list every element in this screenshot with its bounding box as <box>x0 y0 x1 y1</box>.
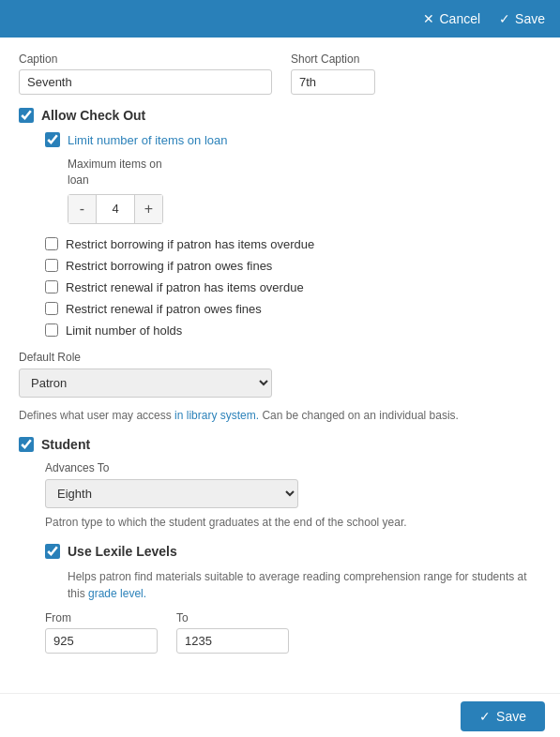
allow-checkout-label: Allow Check Out <box>41 108 145 123</box>
restrict-options: Restrict borrowing if patron has items o… <box>19 237 541 338</box>
default-role-label: Default Role <box>19 351 541 364</box>
advances-to-section: Advances To Eighth Ninth Tenth Patron ty… <box>19 461 541 531</box>
role-info-text: Defines what user may access in library … <box>19 407 541 424</box>
restrict-label-0: Restrict borrowing if patron has items o… <box>66 237 314 251</box>
lexile-section: Use Lexile Levels Helps patron find mate… <box>19 544 541 654</box>
student-label: Student <box>41 437 90 452</box>
restrict-checkbox-3[interactable] <box>45 302 58 315</box>
save-button-top[interactable]: ✓ Save <box>499 11 545 26</box>
top-bar: ✕ Cancel ✓ Save <box>0 0 560 38</box>
caption-input[interactable] <box>19 69 272 95</box>
stepper-minus-button[interactable]: - <box>68 195 97 223</box>
use-lexile-checkbox[interactable] <box>45 544 60 559</box>
to-group: To <box>176 611 289 654</box>
restrict-checkbox-4[interactable] <box>45 323 58 337</box>
advances-to-select[interactable]: Eighth Ninth Tenth <box>45 479 298 508</box>
save-check-icon-bottom: ✓ <box>479 709 491 724</box>
from-label: From <box>45 611 158 624</box>
advances-info-text: Patron type to which the student graduat… <box>45 514 541 531</box>
limit-items-label: Limit number of items on loan <box>68 133 228 147</box>
restrict-checkbox-0[interactable] <box>45 237 58 250</box>
caption-row: Caption Short Caption <box>19 53 541 95</box>
max-items-section: Maximum items onloan - 4 + <box>19 157 541 224</box>
lexile-grade-link: grade level. <box>88 587 146 600</box>
cancel-button[interactable]: ✕ Cancel <box>423 11 480 26</box>
advances-to-label: Advances To <box>45 461 541 474</box>
student-section: Student <box>19 437 541 452</box>
allow-checkout-checkbox[interactable] <box>19 108 34 123</box>
cancel-x-icon: ✕ <box>423 11 434 26</box>
save-check-icon: ✓ <box>499 11 510 26</box>
stepper: - 4 + <box>68 194 163 224</box>
allow-checkout-row: Allow Check Out <box>19 108 541 123</box>
short-caption-label: Short Caption <box>291 53 375 66</box>
caption-label: Caption <box>19 53 272 66</box>
restrict-checkbox-1[interactable] <box>45 259 58 272</box>
from-to-row: From To <box>45 611 541 654</box>
limit-items-checkbox-row: Limit number of items on loan <box>45 132 541 147</box>
short-caption-field-group: Short Caption <box>291 53 375 95</box>
stepper-plus-button[interactable]: + <box>134 195 162 223</box>
use-lexile-checkbox-row: Use Lexile Levels <box>45 544 541 559</box>
restrict-label-4: Limit number of holds <box>66 323 182 338</box>
restrict-label-1: Restrict borrowing if patron owes fines <box>66 259 272 273</box>
cancel-label: Cancel <box>439 11 480 26</box>
restrict-item-2: Restrict renewal if patron has items ove… <box>45 280 541 294</box>
restrict-item-0: Restrict borrowing if patron has items o… <box>45 237 541 251</box>
max-items-label: Maximum items onloan <box>68 157 541 188</box>
student-checkbox[interactable] <box>19 437 34 452</box>
role-info-link: in library system. <box>174 409 259 422</box>
stepper-value: 4 <box>97 202 134 216</box>
restrict-item-3: Restrict renewal if patron owes fines <box>45 302 541 316</box>
restrict-item-4: Limit number of holds <box>45 323 541 338</box>
default-role-section: Default Role Patron Staff Admin <box>19 351 541 398</box>
from-input[interactable] <box>45 628 158 654</box>
save-label-top: Save <box>515 11 545 26</box>
student-checkbox-row: Student <box>19 437 541 452</box>
save-label-bottom: Save <box>496 709 526 724</box>
limit-items-checkbox[interactable] <box>45 132 60 147</box>
use-lexile-label: Use Lexile Levels <box>68 544 177 559</box>
from-group: From <box>45 611 158 654</box>
bottom-bar: ✓ Save <box>0 693 560 737</box>
lexile-info-text: Helps patron find materials suitable to … <box>45 568 541 602</box>
main-content: Caption Short Caption Allow Check Out Li… <box>0 38 560 737</box>
to-label: To <box>176 611 289 624</box>
short-caption-input[interactable] <box>291 69 375 95</box>
restrict-label-2: Restrict renewal if patron has items ove… <box>66 280 304 294</box>
save-button-bottom[interactable]: ✓ Save <box>461 701 545 731</box>
caption-field-group: Caption <box>19 53 272 95</box>
limit-items-row: Limit number of items on loan <box>19 132 541 147</box>
restrict-label-3: Restrict renewal if patron owes fines <box>66 302 262 316</box>
restrict-checkbox-2[interactable] <box>45 280 58 293</box>
restrict-item-1: Restrict borrowing if patron owes fines <box>45 259 541 273</box>
default-role-select[interactable]: Patron Staff Admin <box>19 368 272 398</box>
to-input[interactable] <box>176 628 289 654</box>
